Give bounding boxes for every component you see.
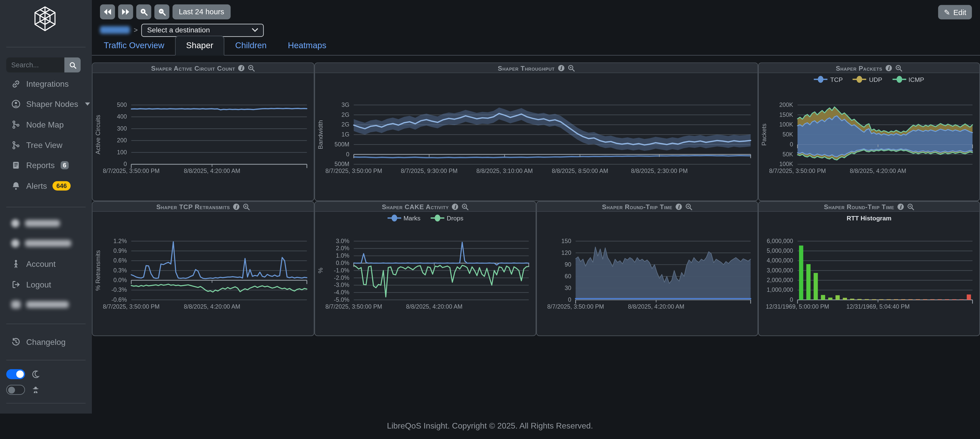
chart-legend: MarksDrops <box>315 214 535 222</box>
chart-card: Shaper Active Circuit Count i 5004003002… <box>92 62 314 201</box>
chart-zoom-icon[interactable] <box>248 64 255 71</box>
svg-text:500: 500 <box>117 101 127 108</box>
tab-heatmaps[interactable]: Heatmaps <box>277 36 337 55</box>
legend-item[interactable]: TCP <box>814 76 843 83</box>
chart-zoom-icon[interactable] <box>567 64 575 71</box>
dark-mode-toggle[interactable] <box>6 369 25 379</box>
chart-header: Shaper CAKE Activity i <box>315 202 535 212</box>
reports-badge: 6 <box>60 161 68 170</box>
link-icon <box>11 79 21 89</box>
redacted-item[interactable] <box>0 294 92 315</box>
anonymous-mode-toggle[interactable] <box>6 385 25 395</box>
sidebar-item-tree-view[interactable]: Tree View <box>0 135 92 155</box>
svg-text:3G: 3G <box>342 101 349 108</box>
zoom-in-button[interactable] <box>136 4 151 19</box>
search-input[interactable] <box>6 57 64 73</box>
step-back-button[interactable] <box>100 4 115 19</box>
tab-children[interactable]: Children <box>224 36 277 55</box>
tree-view-icon <box>11 140 21 150</box>
svg-text:6,000,000: 6,000,000 <box>767 238 793 244</box>
sidebar-item-account[interactable]: Account <box>0 254 92 274</box>
chart-zoom-icon[interactable] <box>907 203 914 210</box>
svg-text:60: 60 <box>565 273 571 280</box>
chart-title: Shaper Active Circuit Count <box>151 64 235 71</box>
redacted-user-item[interactable] <box>0 213 92 233</box>
svg-text:Bandwidth: Bandwidth <box>317 120 324 149</box>
legend-item[interactable]: ICMP <box>892 76 924 83</box>
breadcrumb-separator: > <box>134 26 138 34</box>
footer-copyright: LibreQoS Insight. Copyright © 2025. All … <box>0 421 980 431</box>
legend-item[interactable]: Marks <box>387 214 420 222</box>
chart-title: Shaper Packets <box>836 64 882 71</box>
svg-text:1.2%: 1.2% <box>113 238 127 244</box>
chart-header: Shaper Round-Trip Time i <box>759 202 979 212</box>
time-range-button[interactable]: Last 24 hours <box>172 4 231 19</box>
charts-row-1: Shaper Active Circuit Count i 5004003002… <box>92 62 980 201</box>
tab-traffic-overview[interactable]: Traffic Overview <box>93 36 175 55</box>
step-forward-button[interactable] <box>118 4 133 19</box>
svg-text:0.3%: 0.3% <box>113 267 127 274</box>
svg-text:-1.0%: -1.0% <box>334 267 349 274</box>
info-icon[interactable]: i <box>885 65 891 71</box>
chart-title: Shaper Round-Trip Time <box>602 203 673 210</box>
svg-text:3,000,000: 3,000,000 <box>767 267 793 274</box>
sidebar-item-label: Integrations <box>26 79 68 89</box>
chart-card: Shaper CAKE Activity i MarksDrops3.0%2.0… <box>314 201 536 336</box>
sidebar-item-shaper-nodes[interactable]: Shaper Nodes <box>0 94 92 114</box>
info-icon[interactable]: i <box>676 203 682 209</box>
sidebar-nav: Integrations Shaper Nodes Node Map Tree … <box>0 74 92 196</box>
destination-select[interactable]: Select a destination <box>142 24 264 36</box>
chart-header: Shaper Packets i <box>759 63 979 73</box>
legend-item[interactable]: Drops <box>431 214 463 222</box>
main-region: Last 24 hours ✎ Edit > Select a destinat… <box>92 0 980 439</box>
legend-marker-icon <box>853 76 866 83</box>
chart-card: Shaper Throughput i 3G2G2G1G500M0500M8/7… <box>314 62 758 201</box>
sidebar-item-logout[interactable]: Logout <box>0 274 92 295</box>
legend-marker-icon <box>892 76 906 83</box>
info-icon[interactable]: i <box>897 203 904 209</box>
info-icon[interactable]: i <box>558 65 564 71</box>
info-icon[interactable]: i <box>233 203 239 209</box>
app-root: Integrations Shaper Nodes Node Map Tree … <box>0 0 980 439</box>
sidebar-item-label: Changelog <box>26 337 65 347</box>
edit-button[interactable]: ✎ Edit <box>939 5 972 19</box>
chart-zoom-icon[interactable] <box>242 203 250 210</box>
svg-text:0.0%: 0.0% <box>336 260 349 266</box>
redacted-user-item[interactable] <box>0 233 92 254</box>
book-icon <box>11 161 21 170</box>
svg-text:0: 0 <box>346 151 349 158</box>
chart-title: Shaper Throughput <box>498 64 555 71</box>
svg-text:0: 0 <box>790 141 793 148</box>
fast-forward-icon <box>121 8 130 16</box>
svg-text:200K: 200K <box>779 101 793 108</box>
chart-zoom-icon[interactable] <box>461 203 469 210</box>
svg-text:1G: 1G <box>342 131 349 138</box>
sidebar-item-label: Account <box>26 259 56 269</box>
sidebar-item-reports[interactable]: Reports 6 <box>0 155 92 176</box>
sidebar-item-changelog[interactable]: Changelog <box>0 331 92 352</box>
sidebar-item-integrations[interactable]: Integrations <box>0 74 92 94</box>
sidebar-item-node-map[interactable]: Node Map <box>0 114 92 135</box>
sidebar-item-alerts[interactable]: Alerts 646 <box>0 176 92 196</box>
info-icon[interactable]: i <box>239 65 245 71</box>
svg-text:Packets: Packets <box>760 124 767 146</box>
legend-item[interactable]: UDP <box>853 76 882 83</box>
chevron-down-icon <box>85 103 90 106</box>
svg-text:8/7/2025, 3:50:00 PM: 8/7/2025, 3:50:00 PM <box>547 303 604 310</box>
tab-shaper[interactable]: Shaper <box>175 36 224 55</box>
moon-icon <box>31 370 40 379</box>
divider <box>6 207 86 208</box>
chart-canvas: 200K150K100K50K050K100K8/7/2025, 3:50:00… <box>759 73 979 201</box>
chart-zoom-icon[interactable] <box>685 203 692 210</box>
redacted-breadcrumb-link[interactable] <box>100 26 130 34</box>
chart-header: Shaper Active Circuit Count i <box>92 63 313 73</box>
search-button[interactable] <box>64 57 81 73</box>
chart-zoom-icon[interactable] <box>895 64 902 71</box>
chart-card: Shaper Round-Trip Time i RTT Histogram6,… <box>758 201 980 336</box>
info-icon[interactable]: i <box>452 203 458 209</box>
svg-text:8/8/2025, 3:10:00 AM: 8/8/2025, 3:10:00 AM <box>476 168 533 174</box>
svg-text:100: 100 <box>117 149 127 155</box>
zoom-out-button[interactable] <box>154 4 169 19</box>
chart-canvas: 1.2%0.9%0.6%0.3%0.0%-0.3%-0.6%8/7/2025, … <box>92 212 313 336</box>
svg-text:500M: 500M <box>334 141 349 148</box>
